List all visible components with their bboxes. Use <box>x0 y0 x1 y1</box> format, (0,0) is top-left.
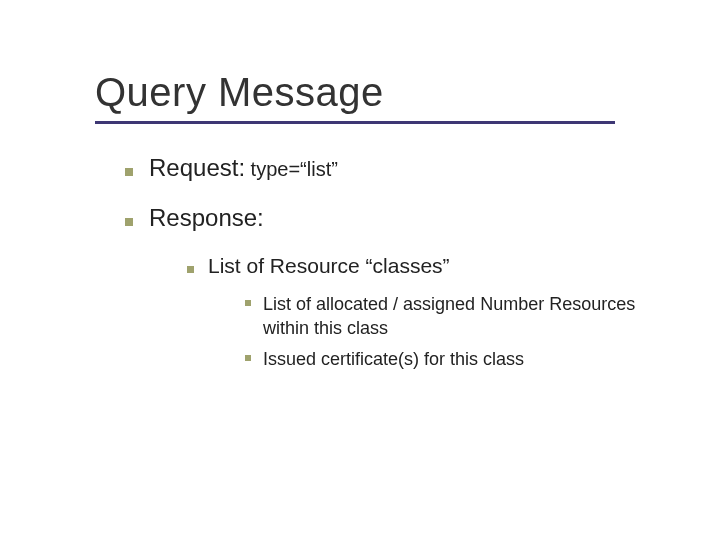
bullet-label: Request: <box>149 154 245 181</box>
bullet-text: Request: type=“list” <box>149 154 338 182</box>
bullet-level1: Request: type=“list” <box>125 154 660 182</box>
bullet-level3: List of allocated / assigned Number Reso… <box>245 292 660 341</box>
bullet-text: List of Resource “classes” <box>208 254 450 278</box>
square-bullet-icon <box>125 218 133 226</box>
square-bullet-icon <box>125 168 133 176</box>
title-underline <box>95 121 615 124</box>
square-bullet-icon <box>187 266 194 273</box>
bullet-text: List of allocated / assigned Number Reso… <box>263 292 660 341</box>
bullet-subtext: type=“list” <box>245 158 338 180</box>
bullet-text: Response: <box>149 204 264 232</box>
bullet-text: Issued certificate(s) for this class <box>263 347 524 371</box>
square-bullet-icon <box>245 355 251 361</box>
bullet-level3: Issued certificate(s) for this class <box>245 347 660 371</box>
slide: Query Message Request: type=“list” Respo… <box>0 0 720 540</box>
bullet-level1: Response: <box>125 204 660 232</box>
square-bullet-icon <box>245 300 251 306</box>
slide-title: Query Message <box>95 70 660 115</box>
bullet-level2: List of Resource “classes” <box>187 254 660 278</box>
